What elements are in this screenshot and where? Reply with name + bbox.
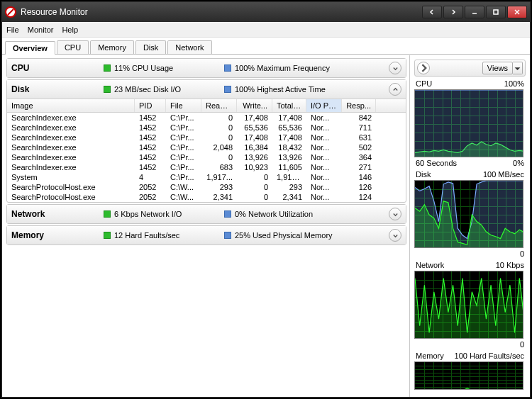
cell-image: System <box>7 172 135 182</box>
cell-write: 0 <box>237 172 272 182</box>
expand-cpu-button[interactable] <box>389 62 401 74</box>
cell-iop: Nor... <box>306 113 342 123</box>
cell-read: 293 <box>201 182 237 192</box>
menu-file[interactable]: File <box>6 26 19 34</box>
section-network-header[interactable]: Network 6 Kbps Network I/O 0% Network Ut… <box>7 205 406 223</box>
cell-total: 17,408 <box>272 113 306 123</box>
prev-button[interactable] <box>422 6 442 18</box>
cell-image: SearchProtocolHost.exe <box>7 192 135 202</box>
chart-memory: Memory100 Hard Faults/sec <box>414 352 526 390</box>
cell-pid: 1452 <box>135 133 166 142</box>
cell-iop: Nor... <box>306 123 342 133</box>
tab-disk[interactable]: Disk <box>135 40 166 54</box>
chart-disk: Disk100 MB/sec0 <box>414 170 526 259</box>
expand-memory-button[interactable] <box>389 229 401 242</box>
cell-write: 17,408 <box>237 133 272 142</box>
menu-help[interactable]: Help <box>62 26 78 34</box>
chart-cpu: CPU100%60 Seconds0% <box>414 79 526 169</box>
disk-table-header: Image PID File Read ... Write... Total .… <box>7 99 406 113</box>
cell-iop: Nor... <box>306 152 342 162</box>
cell-read: 1,917... <box>201 172 237 182</box>
section-network-label: Network <box>11 209 104 219</box>
minimize-button[interactable] <box>465 6 484 18</box>
col-total[interactable]: Total ... <box>272 99 306 112</box>
table-row[interactable]: SearchProtocolHost.exe2052C:\W...2930293… <box>7 182 406 192</box>
cell-resp: 146 <box>342 172 376 182</box>
green-square-icon <box>104 86 111 93</box>
tab-overview[interactable]: Overview <box>5 41 55 55</box>
cell-pid: 1452 <box>135 123 166 133</box>
section-disk-header[interactable]: Disk 23 MB/sec Disk I/O 100% Highest Act… <box>7 80 406 99</box>
next-button[interactable] <box>443 6 463 18</box>
cell-iop: Nor... <box>306 142 342 152</box>
close-button[interactable] <box>507 6 527 18</box>
disk-io-text: 23 MB/sec Disk I/O <box>114 85 181 94</box>
cell-resp: 124 <box>342 192 376 202</box>
maximize-button[interactable] <box>486 6 506 18</box>
tab-cpu[interactable]: CPU <box>57 40 89 54</box>
collapse-charts-button[interactable] <box>417 62 430 74</box>
cell-resp: 631 <box>342 133 376 142</box>
cell-image: SearchIndexer.exe <box>7 152 135 162</box>
cell-total: 17,408 <box>272 133 306 142</box>
right-pane: Views CPU100%60 Seconds0%Disk100 MB/sec0… <box>409 55 530 397</box>
col-write[interactable]: Write... <box>237 99 272 112</box>
cell-pid: 1452 <box>135 113 166 123</box>
app-icon <box>5 6 16 18</box>
table-row[interactable]: SearchIndexer.exe1452C:\Pr...017,40817,4… <box>7 133 406 142</box>
table-row[interactable]: SearchIndexer.exe1452C:\Pr...065,53665,5… <box>7 123 406 133</box>
section-disk-label: Disk <box>11 84 104 94</box>
cell-write: 10,923 <box>237 162 272 172</box>
network-util-text: 0% Network Utilization <box>235 210 313 218</box>
col-file[interactable]: File <box>166 99 201 112</box>
chart-bottom-right: 0 <box>520 249 524 258</box>
cell-file: C:\Pr... <box>166 172 201 182</box>
col-read[interactable]: Read ... <box>201 99 237 112</box>
section-cpu-label: CPU <box>11 63 104 73</box>
cell-read: 0 <box>201 133 237 142</box>
cell-file: C:\W... <box>166 182 201 192</box>
menu-monitor[interactable]: Monitor <box>28 26 54 34</box>
chart-canvas <box>414 361 523 390</box>
chart-max: 100 Hard Faults/sec <box>455 352 524 360</box>
tab-network[interactable]: Network <box>167 40 211 54</box>
blue-square-icon <box>224 210 231 218</box>
green-square-icon <box>104 210 111 218</box>
table-row[interactable]: SearchIndexer.exe1452C:\Pr...68310,92311… <box>7 162 406 172</box>
cell-iop: Nor... <box>306 162 342 172</box>
charts-container: CPU100%60 Seconds0%Disk100 MB/sec0Networ… <box>414 79 526 391</box>
table-row[interactable]: SearchIndexer.exe1452C:\Pr...017,40817,4… <box>7 113 406 123</box>
cell-image: SearchIndexer.exe <box>7 133 135 142</box>
col-io-priority[interactable]: I/O Pr... <box>306 99 342 112</box>
cell-read: 2,048 <box>201 142 237 152</box>
table-row[interactable]: SearchProtocolHost.exe2052C:\W...2,34102… <box>7 192 406 202</box>
cell-iop: Nor... <box>306 192 342 202</box>
cell-pid: 2052 <box>135 182 166 192</box>
expand-network-button[interactable] <box>389 208 401 220</box>
chart-bottom-left: 60 Seconds <box>416 159 457 167</box>
views-dropdown-button[interactable] <box>513 62 523 74</box>
memory-faults-text: 12 Hard Faults/sec <box>114 231 179 240</box>
section-cpu-header[interactable]: CPU 11% CPU Usage 100% Maximum Frequency <box>7 59 406 77</box>
cell-total: 13,926 <box>272 152 306 162</box>
section-memory-header[interactable]: Memory 12 Hard Faults/sec 25% Used Physi… <box>7 226 406 245</box>
col-response[interactable]: Resp... <box>342 99 376 112</box>
menubar: File Monitor Help <box>2 22 530 38</box>
disk-table-body[interactable]: SearchIndexer.exe1452C:\Pr...017,40817,4… <box>7 113 406 202</box>
cpu-usage-text: 11% CPU Usage <box>114 64 173 72</box>
col-image[interactable]: Image <box>7 99 135 112</box>
cell-pid: 1452 <box>135 152 166 162</box>
cell-resp: 364 <box>342 152 376 162</box>
chart-bottom-right: 0 <box>520 340 524 349</box>
chart-max: 100% <box>504 79 524 88</box>
chart-network: Network10 Kbps0 <box>414 261 526 350</box>
collapse-disk-button[interactable] <box>389 83 401 96</box>
col-pid[interactable]: PID <box>135 99 166 112</box>
table-row[interactable]: SearchIndexer.exe1452C:\Pr...013,92613,9… <box>7 152 406 162</box>
cell-iop: Nor... <box>306 172 342 182</box>
table-row[interactable]: SearchIndexer.exe1452C:\Pr...2,04816,384… <box>7 142 406 152</box>
table-row[interactable]: System4C:\Pr...1,917...01,917...Nor...14… <box>7 172 406 182</box>
cell-iop: Nor... <box>306 133 342 142</box>
views-button[interactable]: Views <box>482 62 513 74</box>
tab-memory[interactable]: Memory <box>90 40 134 54</box>
